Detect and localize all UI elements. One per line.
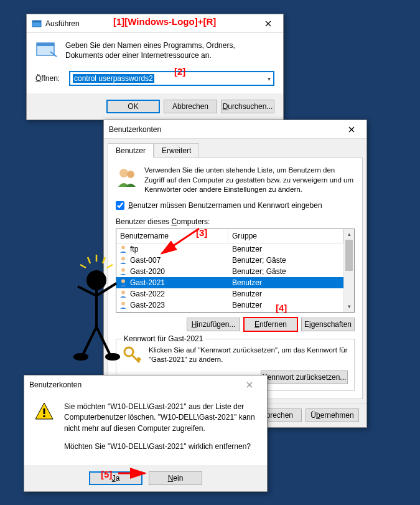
scroll-down-icon[interactable]: ▾ (344, 301, 354, 312)
run-ok-button[interactable]: OK (106, 100, 160, 113)
remove-user-button[interactable]: Entfernen (244, 318, 297, 331)
run-close-button[interactable] (254, 15, 282, 32)
password-group-title: Kennwort für Gast-2021 (121, 334, 205, 343)
ua-intro-text: Verwenden Sie die unten stehende Liste, … (144, 166, 355, 195)
key-icon (123, 346, 142, 366)
svg-point-5 (127, 171, 134, 178)
confirm-text: Sie möchten "W10-DELL\Gast-2021" aus der… (64, 402, 257, 460)
warning-icon (34, 402, 54, 422)
svg-rect-13 (44, 408, 45, 414)
ua-require-password-checkbox[interactable]: Benutzer müssen Benutzernamen und Kennwo… (116, 201, 355, 210)
list-item[interactable]: ftp Benutzer (116, 243, 343, 255)
scroll-up-icon[interactable]: ▴ (344, 229, 354, 240)
users-icon (116, 166, 138, 188)
confirm-close-button[interactable] (237, 376, 262, 394)
svg-rect-1 (32, 21, 41, 22)
svg-rect-3 (37, 43, 54, 46)
list-item[interactable]: Gast-2020 Benutzer; Gäste (116, 266, 343, 277)
run-command-input[interactable]: control userpasswords2 ▾ (69, 71, 274, 86)
user-icon (119, 267, 128, 276)
svg-point-16 (75, 354, 87, 359)
user-icon (119, 301, 128, 309)
list-header: Benutzername Gruppe (116, 229, 343, 243)
properties-button[interactable]: Eigenschaften (301, 318, 355, 331)
list-item-selected[interactable]: Gast-2021 Benutzer (116, 277, 343, 288)
tab-users[interactable]: Benutzer (108, 143, 154, 158)
list-item[interactable]: Gast-2022 Benutzer (116, 288, 343, 300)
list-item[interactable]: Gast-007 Benutzer; Gäste (116, 255, 343, 266)
col-username[interactable]: Benutzername (116, 229, 228, 243)
run-title: Ausführen (45, 19, 254, 28)
confirm-titlebar: Benutzerkonten (24, 375, 267, 394)
svg-point-12 (124, 347, 133, 356)
confirm-dialog: Benutzerkonten Sie möchten "W10-DELL\Gas… (24, 375, 268, 492)
add-user-button[interactable]: Hinzufügen... (187, 318, 240, 331)
svg-point-4 (119, 169, 128, 177)
run-browse-button[interactable]: Durchsuchen... (221, 100, 274, 113)
user-icon (119, 278, 128, 287)
close-icon (348, 126, 355, 133)
scrollbar[interactable]: ▴ ▾ (343, 229, 354, 312)
ua-user-list[interactable]: Benutzername Gruppe ftp Benutzer Gast-00… (116, 229, 355, 313)
svg-point-8 (121, 268, 125, 271)
checkbox-input[interactable] (116, 201, 124, 210)
reset-password-button[interactable]: Kennwort zurücksetzen... (261, 370, 348, 384)
svg-point-9 (121, 279, 125, 283)
run-program-icon (35, 40, 58, 62)
svg-rect-14 (44, 415, 45, 417)
svg-point-15 (88, 271, 105, 289)
run-open-label: Öffnen: (35, 74, 64, 83)
user-icon (119, 245, 128, 253)
dropdown-arrow-icon[interactable]: ▾ (268, 75, 271, 82)
ua-close-button[interactable] (337, 121, 365, 138)
user-icon (119, 290, 128, 298)
confirm-yes-button[interactable]: Ja (89, 471, 142, 485)
close-icon (246, 382, 253, 388)
run-titlebar: Ausführen (27, 14, 283, 33)
scroll-thumb[interactable] (345, 240, 353, 271)
svg-point-11 (121, 301, 125, 305)
ua-list-label: Benutzer dieses Computers: (116, 217, 355, 226)
svg-point-6 (121, 245, 125, 249)
run-dialog: Ausführen Geben Sie den Namen eines Prog… (26, 14, 284, 120)
ua-tabs: Benutzer Erweitert (104, 139, 366, 158)
tab-advanced[interactable]: Erweitert (154, 143, 199, 158)
run-cancel-button[interactable]: Abbrechen (164, 100, 217, 113)
list-item[interactable]: Gast-2023 Benutzer (116, 300, 343, 311)
confirm-no-button[interactable]: Nein (149, 471, 202, 485)
svg-point-7 (121, 257, 125, 260)
ua-titlebar: Benutzerkonten (104, 120, 366, 139)
scroll-track[interactable] (344, 240, 354, 301)
col-group[interactable]: Gruppe (228, 229, 343, 243)
user-icon (119, 256, 128, 265)
ua-apply-button[interactable]: Übernehmen (306, 408, 359, 422)
run-description: Geben Sie den Namen eines Programms, Ord… (65, 40, 274, 62)
checkbox-label: Benutzer müssen Benutzernamen und Kennwo… (128, 201, 322, 210)
confirm-title-text: Benutzerkonten (29, 380, 82, 389)
run-icon (32, 19, 42, 29)
run-command-text: control userpasswords2 (73, 74, 154, 83)
ua-title: Benutzerkonten (109, 125, 337, 134)
svg-point-10 (121, 290, 125, 294)
password-text: Klicken Sie auf "Kennwort zurücksetzen",… (149, 346, 348, 365)
close-icon (265, 21, 271, 27)
